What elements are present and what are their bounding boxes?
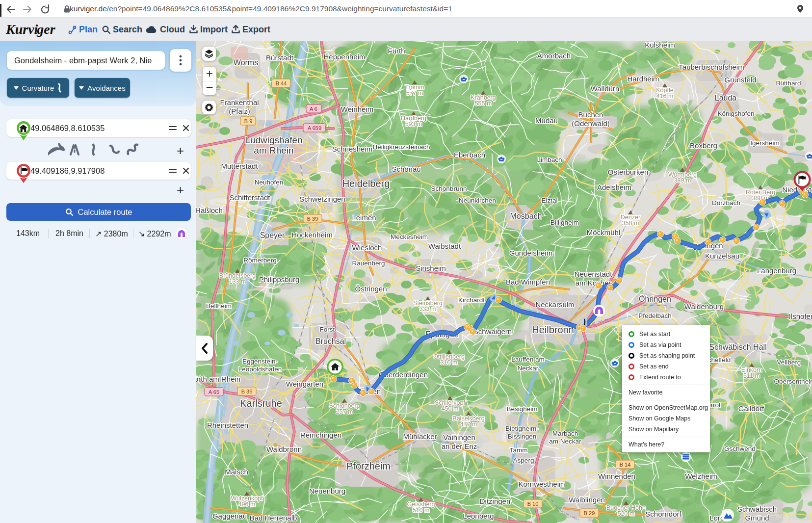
svg-text:B 36: B 36 [241,389,253,394]
svg-text:511 m: 511 m [743,372,760,379]
svg-text:(Odenwald): (Odenwald) [572,119,610,128]
svg-text:477 m: 477 m [460,421,477,428]
svg-text:Waibstadt: Waibstadt [428,242,461,250]
svg-text:B 10: B 10 [527,501,539,507]
svg-text:555 m: 555 m [475,100,492,107]
svg-text:Malsch: Malsch [225,468,248,476]
svg-text:Rheinstetten: Rheinstetten [207,421,248,429]
svg-text:Neuhofen: Neuhofen [255,179,284,186]
svg-text:Ilshofen: Ilshofen [789,312,812,320]
svg-text:Leimen: Leimen [352,213,376,222]
svg-text:Mühlacker: Mühlacker [403,432,437,441]
svg-text:Eberbach: Eberbach [454,151,485,159]
svg-text:Hardheim: Hardheim [627,75,659,83]
svg-text:Römerberg: Römerberg [243,257,277,264]
svg-text:am Rhein: am Rhein [254,145,293,156]
svg-text:Schifferstadt: Schifferstadt [229,193,270,202]
svg-text:Langenburg: Langenburg [757,266,796,275]
svg-text:Boxberg: Boxberg [690,141,717,150]
svg-text:Weingarten: Weingarten [286,380,323,388]
svg-text:Vellberg: Vellberg [777,359,801,366]
svg-text:Bad Wimpfen: Bad Wimpfen [506,278,550,286]
svg-text:Bad Herrenalb: Bad Herrenalb [250,514,297,522]
svg-text:Weinheim: Weinheim [341,105,373,113]
svg-text:Schwäbisch Hall: Schwäbisch Hall [709,343,766,351]
svg-text:Ditzingen: Ditzingen [480,497,511,505]
svg-text:Fürth: Fürth [388,47,405,55]
svg-text:Buchen: Buchen [578,110,603,119]
svg-text:Kornwestheim: Kornwestheim [518,480,565,488]
svg-text:Waldbronn: Waldbronn [266,445,302,453]
svg-text:Wiesloch: Wiesloch [352,243,382,252]
svg-text:Hockenheim: Hockenheim [291,231,332,239]
svg-text:Welzheim: Welzheim [685,472,717,480]
svg-text:310 m: 310 m [441,359,458,366]
svg-text:Philippsburg: Philippsburg [259,275,300,284]
svg-text:Kirchardt: Kirchardt [458,296,485,304]
svg-text:Elztal: Elztal [541,197,557,204]
svg-text:B 14: B 14 [620,462,631,468]
svg-text:Karlsruhe: Karlsruhe [240,398,282,409]
svg-text:Dörzbach: Dörzbach [712,199,740,207]
svg-text:Neckar: Neckar [518,365,539,372]
svg-text:Schorndorf: Schorndorf [645,510,681,518]
svg-text:an der Enz: an der Enz [442,442,477,450]
svg-text:Tamm: Tamm [510,446,528,454]
svg-text:Gaggenau: Gaggenau [212,512,247,520]
svg-text:Pforzheim: Pforzheim [346,461,391,471]
svg-text:Schwäbisch: Schwäbisch [737,505,777,513]
svg-text:Königshofen: Königshofen [717,110,754,117]
svg-text:A 659: A 659 [308,125,321,131]
svg-text:Lauda: Lauda [715,94,737,102]
svg-text:Öhringen: Öhringen [639,295,671,303]
svg-text:chelfeld: chelfeld [708,356,731,364]
svg-text:510 m: 510 m [413,507,430,514]
svg-text:577 m: 577 m [406,90,423,97]
svg-text:Walldürn: Walldürn [591,84,620,93]
svg-text:Bruchsal: Bruchsal [315,337,346,345]
svg-text:Bürstadt: Bürstadt [266,53,294,62]
svg-text:Rauenberg: Rauenberg [352,260,385,267]
svg-text:Ludwigshafen: Ludwigshafen [245,135,302,145]
svg-text:Tauberbischofsheim: Tauberbischofsheim [679,63,744,71]
svg-text:350 m: 350 m [622,220,639,227]
svg-text:Frankenthal: Frankenthal [220,98,259,106]
svg-text:Lauffen am: Lauffen am [511,356,544,363]
svg-text:(Pfalz): (Pfalz) [229,107,250,115]
svg-text:Neuenbürg: Neuenbürg [309,487,345,495]
svg-text:Schwetzingen: Schwetzingen [299,195,345,203]
svg-text:Sinsheim: Sinsheim [416,264,446,272]
svg-text:Leonberg: Leonberg [463,512,494,520]
svg-text:Meckesheim: Meckesheim [391,233,428,240]
svg-text:Schönbrunn: Schönbrunn [431,185,467,192]
svg-text:389 m: 389 m [674,177,691,184]
svg-text:Marbach: Marbach [552,430,578,437]
svg-text:Worms: Worms [234,58,258,67]
svg-text:Neunkirchen: Neunkirchen [459,197,496,204]
svg-text:Schwaigern: Schwaigern [473,327,512,336]
svg-text:Gschwend: Gschwend [724,445,756,452]
svg-text:B 44: B 44 [276,80,287,86]
svg-text:133 m: 133 m [229,278,246,285]
svg-text:Speyer: Speyer [260,231,285,239]
svg-text:Mudau: Mudau [535,116,558,125]
svg-text:Grünsfeld: Grünsfeld [724,76,756,84]
svg-text:Vaihingen: Vaihingen [443,433,475,442]
svg-text:Wörth am Rhein: Wörth am Rhein [196,375,240,383]
svg-text:Östringen: Östringen [355,285,387,293]
svg-text:Neuenstadt: Neuenstadt [575,270,613,278]
svg-text:am Neckar: am Neckar [549,438,581,445]
svg-text:Amorbach: Amorbach [537,52,571,60]
svg-text:Obersontheim: Obersontheim [774,378,812,385]
svg-text:257 m: 257 m [336,408,353,415]
svg-text:Neckarsulm: Neckarsulm [535,300,574,309]
svg-text:B 29: B 29 [584,510,595,516]
svg-text:Limbach: Limbach [537,156,562,163]
svg-text:Bietigheim-: Bietigheim- [505,425,539,432]
svg-text:Schriesheim: Schriesheim [332,145,373,153]
svg-text:Besigheim: Besigheim [506,405,537,413]
svg-text:Mutterstadt: Mutterstadt [221,162,258,170]
svg-text:520 m: 520 m [618,510,635,517]
svg-text:Bissingen: Bissingen [508,433,537,440]
svg-text:Gundelsheim: Gundelsheim [509,249,552,257]
